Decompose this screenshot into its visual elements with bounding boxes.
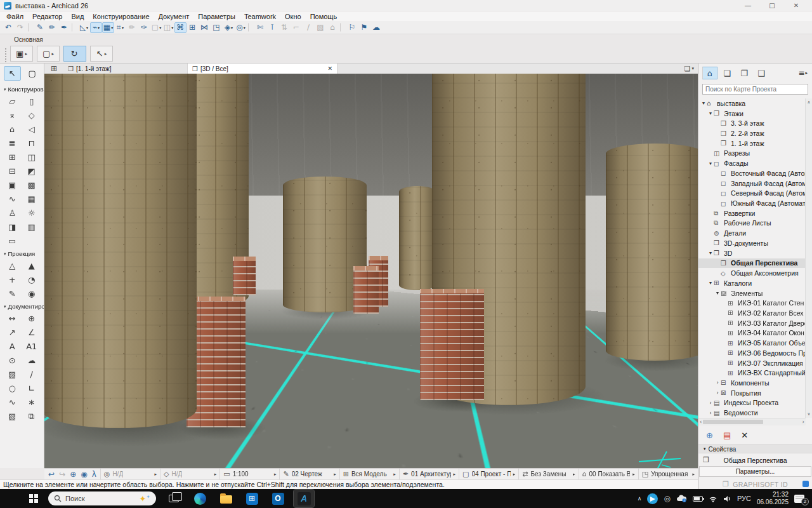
expand-icon[interactable]: › — [714, 390, 721, 396]
3d-viewport[interactable] — [44, 74, 698, 468]
tree-item-details[interactable]: ⊜Детали — [698, 228, 806, 238]
camera-tool[interactable]: ◉ — [23, 287, 41, 300]
split-icon[interactable]: ✄ — [254, 22, 266, 33]
brick-pillar[interactable] — [420, 289, 484, 400]
railing-tool[interactable]: ⊓ — [23, 137, 41, 150]
tree-item-story-2[interactable]: ❐2. 2-й этаж — [698, 128, 806, 138]
notification-center-icon[interactable]: 2 — [794, 495, 804, 503]
snap-guides-icon[interactable]: ⌁▾ — [90, 22, 102, 33]
maximize-button[interactable]: □ — [760, 2, 784, 9]
3d-cutaway-icon[interactable]: ◈▾ — [223, 22, 235, 33]
tree-item-story-3[interactable]: ❐3. 3-й этаж — [698, 118, 806, 128]
spline-tool[interactable]: ∿ — [3, 396, 21, 409]
tree-item-ike-06[interactable]: ⊞ИКЭ-06 Ведомость Проемов — [698, 348, 806, 358]
tree-item-stories[interactable]: ▾❐Этажи — [698, 109, 806, 119]
marquee-button[interactable]: ▢▸ — [37, 46, 60, 62]
wifi-icon[interactable] — [709, 495, 717, 502]
slab-tool[interactable]: ◇ — [23, 109, 41, 122]
minimize-button[interactable]: — — [736, 2, 760, 9]
tree-item-story-1[interactable]: ❐1. 1-й этаж — [698, 138, 806, 149]
curtain-wall-tool[interactable]: ⊞ — [3, 150, 21, 164]
menu-item[interactable]: Конструирование — [88, 13, 154, 20]
tree-item-interior-elevations[interactable]: ⧉Развертки — [698, 208, 806, 218]
expand-icon[interactable]: ▾ — [714, 290, 721, 296]
tree-item-generic-axonometry[interactable]: ◇Общая Аксонометрия — [698, 268, 806, 278]
tree-item-south-elevation[interactable]: ◻Южный Фасад (Автоматически Г — [698, 198, 806, 208]
pen-set-selector[interactable]: ✎02 Чертеж▸ — [279, 469, 339, 479]
inject-parameters-icon[interactable]: ✏ — [46, 22, 58, 33]
tree-item-project[interactable]: ▾⌂выставка — [698, 98, 806, 109]
scale-selector[interactable]: ▭1:100▸ — [219, 469, 279, 479]
expand-icon[interactable]: › — [707, 400, 714, 406]
tree-item-sections[interactable]: ◫Разрезы — [698, 149, 806, 159]
lamp-tool[interactable]: ☼ — [23, 206, 41, 220]
suspend-groups-icon[interactable]: ⋈ — [199, 22, 211, 33]
wall-tool[interactable]: ▱ — [3, 95, 21, 108]
tree-item-lists[interactable]: ›▤Ведомости — [698, 408, 806, 418]
scrollbar-thumb[interactable] — [703, 420, 763, 424]
microsoft-store-button[interactable]: ⊞ — [242, 490, 262, 507]
expand-icon[interactable]: ▾ — [700, 100, 707, 106]
morph-tool[interactable]: ∿ — [3, 192, 21, 206]
task-view-button[interactable] — [164, 490, 184, 507]
tree-item-schedules[interactable]: ▾⊞Каталоги — [698, 278, 806, 288]
menu-item[interactable]: Окно — [280, 13, 306, 20]
edge-button[interactable] — [190, 490, 210, 507]
3d-document-tool[interactable]: ◔ — [23, 273, 41, 286]
expand-icon[interactable]: ▾ — [707, 161, 714, 166]
speaker-icon[interactable] — [723, 495, 731, 502]
skylight-tool[interactable]: ◩ — [23, 164, 41, 178]
stretch-icon[interactable]: ⇅ — [278, 22, 291, 33]
tree-item-surfaces[interactable]: ›⊠Покрытия — [698, 388, 806, 398]
copilot-icon[interactable]: ✦ ✦ — [139, 495, 150, 503]
grid-element-tool[interactable]: ▥ — [23, 220, 41, 234]
tray-chevron-icon[interactable]: ∧ — [638, 495, 642, 502]
navigator-menu-icon[interactable]: ≡▸ — [798, 69, 809, 77]
toolbox-section-views[interactable]: ▾ Проекция — [0, 248, 44, 258]
outlook-button[interactable]: O — [268, 490, 288, 507]
menu-item[interactable]: Teamwork — [240, 13, 280, 20]
tree-item-ike-02[interactable]: ⊞ИКЭ-02 Каталог Всех Проемов — [698, 308, 806, 318]
tab-floor-plan[interactable]: ❐[1. 1-й этаж] — [63, 64, 188, 74]
expand-icon[interactable]: › — [707, 410, 714, 416]
interior-elevation-tool[interactable]: + — [3, 273, 21, 286]
tree-item-worksheets[interactable]: ⧉Рабочие Листы — [698, 218, 806, 229]
expand-icon[interactable]: ▾ — [707, 280, 714, 286]
toolbar-separator[interactable] — [248, 23, 252, 32]
linear-dimension-tool[interactable]: ↔ — [3, 312, 21, 325]
wood-cylinder[interactable] — [44, 74, 197, 428]
door-tool[interactable]: ◫ — [23, 150, 41, 164]
properties-header[interactable]: ▾ Свойства — [698, 444, 812, 453]
tree-horizontal-scrollbar[interactable]: ‹ › — [698, 418, 806, 425]
text-tool[interactable]: A — [3, 340, 21, 353]
column-tool[interactable]: ▯ — [23, 95, 41, 108]
object-tool[interactable]: ♙ — [3, 206, 21, 220]
tree-item-east-elevation[interactable]: ◻Восточный Фасад (Автоматическ — [698, 168, 806, 178]
tree-item-north-elevation[interactable]: ◻Северный Фасад (Автоматически — [698, 188, 806, 198]
view-map-icon[interactable]: ❏ — [719, 67, 735, 79]
dimension-style-selector[interactable]: ✒01 Архитектурн..▸ — [399, 469, 459, 479]
level-dimension-tool[interactable]: ⊕ — [23, 312, 41, 325]
telegram-icon[interactable] — [647, 493, 658, 504]
toolbox-section-design[interactable]: ▾ Конструирова — [0, 84, 44, 94]
tree-item-components[interactable]: ›⊟Компоненты — [698, 378, 806, 388]
tab-overflow-icon[interactable]: ❏ — [684, 65, 691, 73]
tree-item-3d[interactable]: ▾❒3D — [698, 248, 806, 258]
toolbar-separator[interactable] — [28, 23, 32, 32]
radial-dimension-tool[interactable]: ↗ — [3, 326, 21, 339]
scroll-down-icon[interactable]: ∨ — [807, 411, 810, 417]
orbit-button[interactable]: ↻ — [63, 46, 86, 62]
zoom-preset-selector[interactable]: ◎Н/Д▸ — [100, 469, 160, 479]
tree-item-elevations[interactable]: ▾◻Фасады — [698, 158, 806, 168]
trace-reference-icon[interactable]: ◫▾ — [162, 22, 174, 33]
view-back-icon[interactable]: ↩ — [48, 470, 55, 479]
publisher-icon[interactable]: ❑ — [754, 67, 769, 79]
detail-tool[interactable]: ✎ — [3, 287, 21, 300]
resize-icon[interactable]: ▧ — [315, 22, 327, 33]
fill-tool[interactable]: ▨ — [3, 368, 21, 381]
archicad-taskbar-button[interactable]: A — [294, 490, 314, 507]
wood-cylinder[interactable] — [399, 186, 436, 290]
roof-tool[interactable]: ⌂ — [3, 123, 21, 136]
toolbar-separator[interactable] — [340, 23, 344, 32]
menu-item[interactable]: Файл — [2, 13, 28, 20]
